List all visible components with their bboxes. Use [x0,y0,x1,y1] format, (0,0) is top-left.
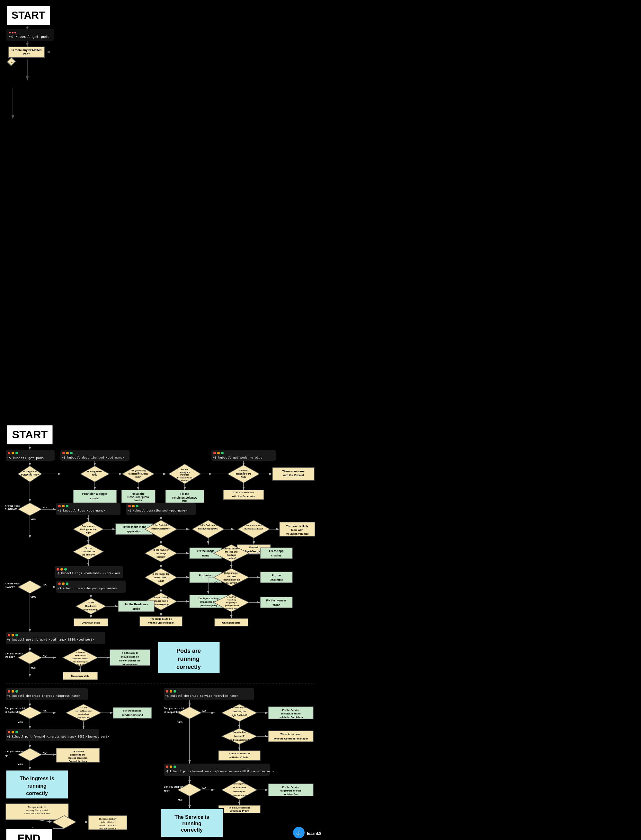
svg-text:NO: NO [105,548,108,551]
svg-text:~$ kubectl port-forward <ingre: ~$ kubectl port-forward <ingress-pod-nam… [7,735,109,738]
svg-text:Is he Pod: Is he Pod [239,469,248,472]
svg-text:The app should be: The app should be [27,806,46,808]
svg-text:~$ kubectl describe ingress <i: ~$ kubectl describe ingress <ingress-nam… [7,694,81,697]
svg-point-368 [170,690,172,692]
svg-text:YES: YES [177,721,183,724]
svg-text:serviceName and: serviceName and [76,710,92,712]
svg-text:Fix the liveness: Fix the liveness [266,599,287,602]
svg-text:Unknown state: Unknown state [222,622,241,624]
svg-point-122 [64,568,67,570]
svg-text:limits?: limits? [135,476,142,478]
svg-text:NO: NO [102,710,106,713]
svg-text:app?: app? [86,532,91,534]
svg-text:YES: YES [81,668,87,671]
svg-text:Ingress controller.: Ingress controller. [68,757,88,760]
svg-text:NO: NO [43,710,47,713]
svg-text:The issue is: The issue is [71,750,84,753]
svg-text:Are you: Are you [181,468,188,470]
svg-text:NO: NO [225,526,229,529]
svg-text:with the Kubelet: with the Kubelet [282,474,304,477]
svg-text:NO: NO [178,574,182,577]
svg-text:Fix the app: Fix the app [269,549,284,553]
svg-point-28 [70,452,72,455]
svg-text:Are the Pods: Are the Pods [5,582,19,585]
svg-text:~$ kubectl logs <pod-name>: ~$ kubectl logs <pod-name> [58,509,105,512]
svg-text:~$ kubectl get pods: ~$ kubectl get pods [7,456,44,460]
svg-point-326 [15,731,18,733]
svg-text:with the Kubelet: with the Kubelet [229,756,249,759]
svg-text:Can you access: Can you access [5,652,23,655]
svg-text:Cycling between: Cycling between [224,605,239,607]
svg-text:Did you inspect: Did you inspect [224,548,239,550]
svg-text:?: ? [93,472,96,476]
svg-text:~$ kubectl describe pod <pod-n: ~$ kubectl describe pod <pod-name> [58,587,117,590]
svg-text:Unknown state: Unknown state [82,622,100,624]
svg-text:YES: YES [250,599,255,602]
svg-text:Is the: Is the [88,601,94,604]
svg-text:exposed.: exposed. [103,830,112,833]
svg-text:YES: YES [271,526,276,529]
svg-text:Node: Node [241,476,246,478]
svg-text:YES: YES [31,596,36,599]
svg-text:Dockerfile?: Dockerfile? [225,582,237,584]
svg-text:with the Scheduler: with the Scheduler [232,495,255,498]
svg-text:NO: NO [258,710,262,713]
svg-text:NO: NO [43,506,47,509]
svg-text:probe: probe [272,603,280,607]
svg-point-15 [15,452,18,455]
svg-text:NO: NO [203,710,206,713]
svg-text:Fix the tag: Fix the tag [199,574,213,577]
svg-text:Did the: Did the [84,547,92,549]
svg-text:Did you forget: Did you forget [224,572,239,575]
svg-text:the CMD: the CMD [227,575,236,578]
svg-text:Consult the docs: Consult the docs [69,760,87,762]
svg-point-407 [170,766,172,768]
svg-text:Is the Pod status: Is the Pod status [246,524,262,526]
svg-text:Unknown state: Unknown state [71,675,90,678]
svg-text:Can you see a list: Can you see a list [164,707,184,710]
svg-text:Is the port: Is the port [76,651,85,653]
svg-text:YES: YES [240,746,245,749]
svg-text:YES: YES [232,564,237,567]
svg-text:YES: YES [162,588,167,591]
svg-text:matching the: matching the [77,716,90,718]
svg-text:Can you see a list: Can you see a list [5,707,26,710]
svg-text:Configure pulling: Configure pulling [198,597,219,600]
svg-text:~$ kubectl port-forward servic: ~$ kubectl port-forward service/<service… [165,770,274,773]
svg-point-406 [166,766,168,768]
svg-text:valid? Does it: valid? Does it [154,577,168,579]
svg-text:Provision a bigger: Provision a bigger [82,492,108,495]
svg-text:servicePort: servicePort [78,713,89,715]
svg-text:Dockerfile: Dockerfile [270,578,283,581]
svg-text:address assigned?: address assigned? [230,739,249,741]
svg-text:Fix the Readiness: Fix the Readiness [125,603,148,606]
svg-text:with the CRI or Kubelet: with the CRI or Kubelet [148,622,174,624]
svg-text:PersistentVolum: PersistentVolum [177,477,192,479]
svg-point-26 [62,452,65,455]
svg-text:NO: NO [43,654,47,657]
svg-text:RunContainerError?: RunContainerError? [245,528,263,530]
svg-text:Fix the Service: Fix the Service [282,709,300,712]
svg-text:NO: NO [228,476,232,479]
svg-text:~$ kubectl describe pod <pod-n: ~$ kubectl describe pod <pod-name> [127,509,187,512]
svg-text:NO: NO [99,654,103,657]
svg-text:NO: NO [43,584,47,587]
svg-text:NO: NO [72,532,76,535]
svg-text:Fix the Service: Fix the Service [282,786,300,789]
svg-text:NO: NO [77,819,81,822]
svg-text:exist?: exist? [158,580,164,582]
svg-text:restarting: restarting [227,599,236,601]
svg-text:?: ? [242,472,245,476]
svg-text:YES: YES [139,485,145,487]
svg-text:Fix the: Fix the [180,492,189,495]
svg-text:NO: NO [202,471,206,474]
svg-point-324 [8,731,10,733]
svg-text:laim: laim [182,500,187,503]
svg-point-408 [174,766,176,768]
svg-text:~$ kubectl get pods -o wide: ~$ kubectl get pods -o wide [213,456,263,459]
svg-text:correct?: correct? [156,556,166,558]
svg-text:?: ? [137,472,139,476]
svg-text:NO: NO [258,787,262,790]
svg-text:of endpoints?: of endpoints? [164,711,180,713]
svg-text:YES: YES [177,798,183,801]
